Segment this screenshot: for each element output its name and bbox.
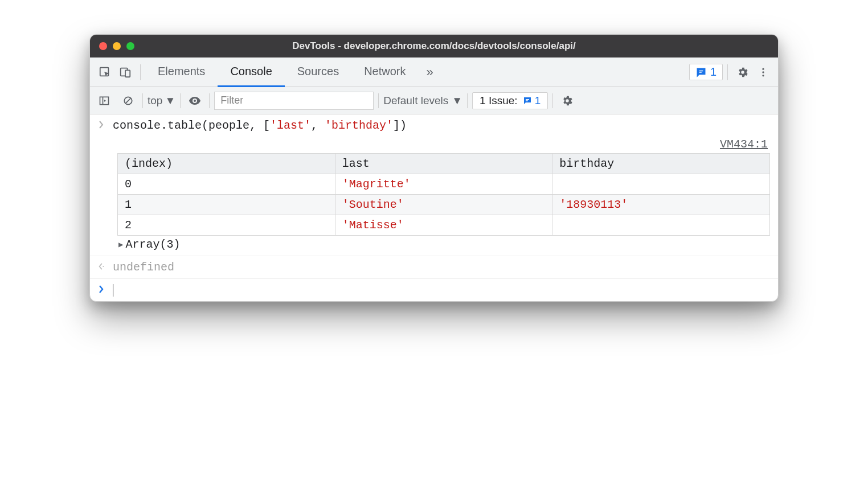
prompt-chevron-icon (96, 284, 107, 294)
panel-tabs: Elements Console Sources Network » (145, 57, 441, 87)
cell-birthday (552, 215, 770, 236)
window-close-button[interactable] (99, 42, 107, 50)
console-body: console.table(people, ['last', 'birthday… (90, 114, 778, 301)
cell-birthday: '18930113' (552, 195, 770, 215)
device-toolbar-icon[interactable] (115, 62, 136, 83)
cell-last: 'Magritte' (335, 174, 552, 195)
more-menu-icon[interactable] (753, 62, 773, 83)
issues-badge[interactable]: 1 (689, 64, 723, 80)
output-chevron-icon (96, 261, 107, 271)
main-tabbar: Elements Console Sources Network » 1 (90, 57, 778, 87)
svg-point-9 (103, 266, 104, 267)
return-value: undefined (113, 261, 174, 274)
tab-console[interactable]: Console (218, 57, 284, 87)
table-header[interactable]: birthday (552, 154, 770, 174)
console-return-row: undefined (90, 256, 778, 279)
console-prompt-input[interactable] (113, 284, 113, 297)
table-header[interactable]: last (335, 154, 552, 174)
window-title: DevTools - developer.chrome.com/docs/dev… (90, 40, 778, 52)
table-row[interactable]: 1 'Soutine' '18930113' (118, 195, 770, 215)
issues-pill[interactable]: 1 Issue: 1 (472, 92, 548, 109)
tab-elements[interactable]: Elements (145, 57, 218, 87)
console-settings-icon[interactable] (558, 91, 577, 110)
clear-console-icon[interactable] (118, 91, 138, 110)
svg-rect-0 (100, 67, 109, 76)
log-levels-selector[interactable]: Default levels ▼ (383, 95, 462, 107)
issues-pill-count: 1 (535, 95, 541, 107)
source-link[interactable]: VM434:1 (117, 138, 770, 153)
window-minimize-button[interactable] (113, 42, 121, 50)
message-icon (522, 96, 533, 106)
divider (140, 64, 141, 80)
cell-last: 'Matisse' (335, 215, 552, 236)
table-row[interactable]: 0 'Magritte' (118, 174, 770, 195)
cell-index: 1 (118, 195, 335, 215)
chevron-down-icon: ▼ (452, 95, 462, 107)
divider (378, 93, 379, 108)
cell-index: 0 (118, 174, 335, 195)
output-table: (index) last birthday 0 'Magritte' 1 'So… (117, 153, 770, 236)
console-toolbar: top ▼ Default levels ▼ 1 Issue: 1 (90, 87, 778, 114)
console-table-output: VM434:1 (index) last birthday 0 'Magritt… (90, 137, 778, 256)
traffic-lights (99, 42, 134, 50)
filter-input[interactable] (214, 92, 374, 110)
svg-point-8 (194, 100, 196, 102)
svg-point-3 (762, 68, 764, 69)
titlebar: DevTools - developer.chrome.com/docs/dev… (90, 35, 778, 57)
inspect-icon[interactable] (95, 62, 115, 83)
divider (209, 93, 210, 108)
cell-last: 'Soutine' (335, 195, 552, 215)
chevron-down-icon: ▼ (165, 95, 175, 107)
triangle-right-icon: ▶ (118, 240, 123, 249)
window-maximize-button[interactable] (126, 42, 134, 50)
settings-icon[interactable] (732, 62, 753, 83)
cell-index: 2 (118, 215, 335, 236)
table-header-row: (index) last birthday (118, 154, 770, 174)
sidebar-toggle-icon[interactable] (95, 91, 114, 110)
console-prompt-row[interactable] (90, 279, 778, 301)
cell-birthday (552, 174, 770, 195)
context-label: top (148, 95, 162, 107)
svg-point-5 (762, 75, 764, 76)
tabs-overflow-icon[interactable]: » (419, 57, 441, 87)
table-row[interactable]: 2 'Matisse' (118, 215, 770, 236)
issues-pill-text: 1 Issue: (480, 95, 518, 107)
divider (552, 93, 553, 108)
svg-point-4 (762, 71, 764, 73)
tab-network[interactable]: Network (351, 57, 418, 87)
console-entry: console.table(people, ['last', 'birthday… (90, 114, 778, 137)
devtools-window: DevTools - developer.chrome.com/docs/dev… (89, 34, 779, 302)
tab-sources[interactable]: Sources (285, 57, 351, 87)
input-chevron-icon (96, 119, 107, 129)
console-input-code: console.table(people, ['last', 'birthday… (113, 119, 407, 132)
divider (467, 93, 468, 108)
svg-rect-2 (125, 70, 130, 77)
live-expression-icon[interactable] (185, 91, 204, 110)
array-summary: Array(3) (125, 238, 180, 251)
message-icon (695, 67, 707, 78)
array-expand-toggle[interactable]: ▶ Array(3) (117, 236, 770, 253)
context-selector[interactable]: top ▼ (148, 95, 175, 107)
issues-badge-count: 1 (710, 65, 716, 79)
levels-label: Default levels (383, 95, 448, 107)
divider (142, 93, 143, 108)
table-header[interactable]: (index) (118, 154, 335, 174)
divider (180, 93, 181, 108)
divider (727, 64, 728, 80)
